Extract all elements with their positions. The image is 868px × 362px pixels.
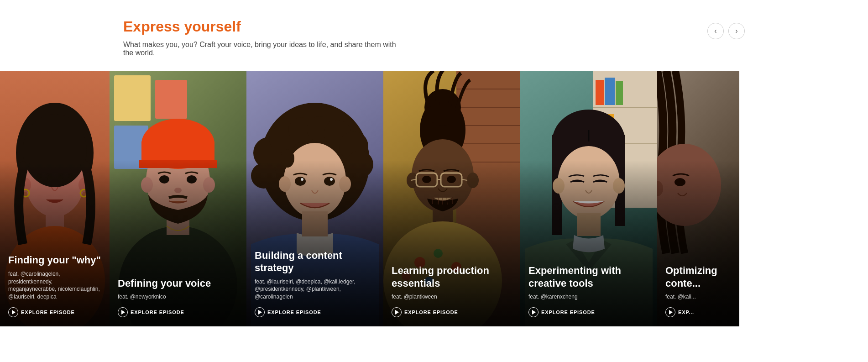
explore-label-1: EXPLORE EPISODE [21, 310, 75, 315]
explore-label-2: EXPLORE EPISODE [131, 310, 184, 315]
svg-rect-87 [605, 78, 615, 105]
svg-point-24 [141, 177, 153, 193]
play-triangle-5 [532, 310, 536, 315]
prev-button[interactable]: ‹ [707, 23, 724, 39]
svg-point-39 [346, 151, 373, 178]
svg-rect-15 [114, 75, 151, 121]
card-feat-2: feat. @newyorknico [118, 293, 238, 301]
svg-rect-86 [596, 80, 604, 105]
svg-rect-88 [616, 81, 623, 105]
card-feat-5: feat. @karenxcheng [528, 293, 649, 301]
card-card-4[interactable]: Learning production essentialsfeat. @pla… [383, 71, 520, 326]
play-triangle-1 [12, 310, 16, 315]
explore-label-6: EXP... [678, 310, 694, 315]
svg-point-103 [675, 178, 685, 186]
svg-point-26 [159, 175, 169, 184]
card-card-2[interactable]: Defining your voicefeat. @newyorknicoEXP… [110, 71, 246, 326]
svg-point-40 [251, 163, 277, 189]
svg-point-96 [553, 178, 565, 194]
card-title-6: Optimizing conte... [665, 264, 731, 289]
header-section: Express yourself What makes you, you? Cr… [0, 18, 868, 71]
svg-point-75 [447, 176, 456, 183]
svg-point-6 [23, 114, 87, 187]
play-triangle-6 [669, 310, 673, 315]
card-card-3[interactable]: Building a content strategyfeat. @lauris… [246, 71, 383, 326]
card-feat-1: feat. @carolinagelen, presidentkennedy, … [8, 270, 101, 301]
play-triangle-2 [121, 310, 125, 315]
svg-rect-95 [577, 213, 601, 236]
play-icon-2 [118, 307, 128, 317]
card-content-5: Experimenting with creative toolsfeat. @… [520, 255, 657, 326]
page-wrapper: Express yourself What makes you, you? Cr… [0, 0, 868, 354]
card-content-1: Finding your "why"feat. @carolinagelen, … [0, 245, 110, 326]
svg-point-58 [424, 89, 461, 126]
explore-label-4: EXPLORE EPISODE [404, 310, 458, 315]
svg-rect-16 [155, 80, 187, 119]
explore-btn-2[interactable]: EXPLORE EPISODE [118, 307, 184, 317]
cards-container: Finding your "why"feat. @carolinagelen, … [0, 71, 868, 326]
svg-point-94 [558, 146, 620, 219]
svg-point-10 [62, 177, 71, 184]
header-left: Express yourself What makes you, you? Cr… [123, 18, 707, 57]
svg-rect-22 [141, 142, 214, 162]
svg-point-74 [422, 176, 431, 183]
play-icon-6 [665, 307, 675, 317]
card-title-2: Defining your voice [118, 277, 238, 290]
card-card-1[interactable]: Finding your "why"feat. @carolinagelen, … [0, 71, 110, 326]
svg-point-27 [187, 175, 197, 184]
explore-btn-6[interactable]: EXP... [665, 307, 694, 317]
play-icon-5 [528, 307, 539, 317]
card-content-2: Defining your voicefeat. @newyorknicoEXP… [110, 268, 246, 326]
card-title-3: Building a content strategy [255, 249, 375, 274]
card-feat-6: feat. @kali... [665, 293, 731, 301]
card-feat-4: feat. @plantkween [392, 293, 512, 301]
explore-label-5: EXPLORE EPISODE [541, 310, 595, 315]
section-subtitle: What makes you, you? Craft your voice, b… [123, 41, 406, 57]
svg-point-45 [324, 177, 335, 186]
svg-point-43 [339, 176, 351, 192]
svg-point-25 [203, 177, 215, 193]
play-icon-3 [255, 307, 265, 317]
section-title: Express yourself [123, 18, 707, 35]
play-icon-1 [8, 307, 18, 317]
svg-point-97 [613, 178, 625, 194]
card-content-6: Optimizing conte...feat. @kali...EXP... [657, 255, 739, 326]
card-title-1: Finding your "why" [8, 254, 101, 267]
card-title-5: Experimenting with creative tools [528, 264, 649, 289]
svg-point-47 [330, 178, 333, 181]
explore-btn-5[interactable]: EXPLORE EPISODE [528, 307, 595, 317]
explore-label-3: EXPLORE EPISODE [267, 310, 321, 315]
nav-buttons: ‹ › [707, 18, 745, 39]
svg-rect-41 [302, 211, 328, 236]
play-triangle-3 [258, 310, 262, 315]
card-card-5[interactable]: Experimenting with creative toolsfeat. @… [520, 71, 657, 326]
card-content-4: Learning production essentialsfeat. @pla… [383, 255, 520, 326]
next-button[interactable]: › [728, 23, 745, 39]
card-content-3: Building a content strategyfeat. @lauris… [246, 240, 383, 326]
card-card-6[interactable]: Optimizing conte...feat. @kali...EXP... [657, 71, 739, 326]
play-triangle-4 [395, 310, 399, 315]
card-title-4: Learning production essentials [392, 264, 512, 289]
svg-point-9 [39, 177, 48, 184]
svg-rect-23 [139, 160, 217, 168]
explore-btn-4[interactable]: EXPLORE EPISODE [392, 307, 458, 317]
svg-point-42 [279, 176, 291, 192]
explore-btn-3[interactable]: EXPLORE EPISODE [255, 307, 321, 317]
svg-point-48 [281, 149, 294, 168]
svg-point-28 [174, 188, 182, 193]
svg-point-46 [301, 178, 303, 181]
explore-btn-1[interactable]: EXPLORE EPISODE [8, 307, 75, 317]
card-feat-3: feat. @lauriseirl, @deepica, @kali.ledge… [255, 278, 375, 301]
play-icon-4 [392, 307, 402, 317]
svg-point-68 [467, 173, 479, 188]
svg-point-44 [295, 177, 306, 186]
